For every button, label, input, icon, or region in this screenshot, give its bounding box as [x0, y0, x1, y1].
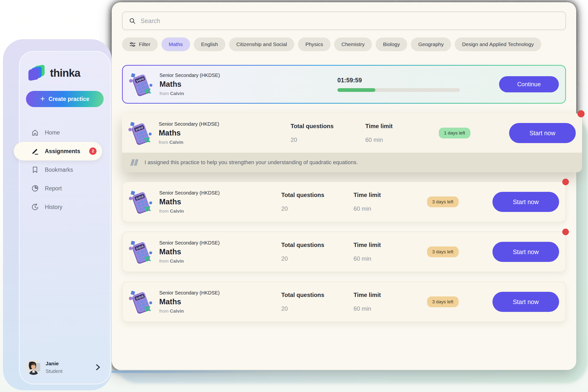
assignment-card-highlighted: Senior Secondary (HKDSE) Maths from Calv… [122, 114, 582, 172]
search-icon [129, 18, 136, 24]
sidebar-item-home[interactable]: Home [26, 123, 104, 142]
assignment-info: Senior Secondary (HKDSE) Maths from Calv… [159, 190, 281, 214]
chip-physics[interactable]: Physics [298, 38, 330, 51]
start-now-button[interactable]: Start now [492, 242, 559, 262]
progress-bar [337, 88, 460, 92]
teacher-note-text: I assigned this practice to help you str… [144, 159, 358, 166]
progress-block: 01:59:59 [337, 77, 499, 92]
chip-english[interactable]: English [194, 38, 226, 51]
calculator-icon [122, 240, 159, 264]
assignment-card: Senior Secondary (HKDSE) Maths from Calv… [122, 282, 566, 322]
assignment-subject: Maths [160, 80, 337, 89]
days-left-badge: 3 days left [427, 296, 459, 307]
sidebar-item-assignments[interactable]: Assignments 2 [14, 142, 102, 160]
brand-logo: thinka [26, 65, 104, 81]
start-now-button[interactable]: Start now [492, 292, 559, 312]
chip-maths[interactable]: Maths [162, 38, 190, 51]
pencil-icon [31, 148, 39, 155]
teacher-note: I assigned this practice to help you str… [122, 153, 582, 172]
assignment-subject: Maths [159, 248, 281, 256]
sidebar-item-bookmarks[interactable]: Bookmarks [26, 160, 104, 179]
chip-geography[interactable]: Geography [411, 38, 451, 51]
assignment-info: Senior Secondary (HKDSE) Maths from Calv… [160, 72, 337, 96]
assignment-info: Senior Secondary (HKDSE) Maths from Calv… [159, 240, 281, 264]
sidebar-item-history[interactable]: History [26, 198, 104, 216]
app-screenshot: 1+2=3 π [0, 0, 588, 392]
filter-button[interactable]: Filter [122, 38, 158, 51]
assignment-subject: Maths [159, 128, 290, 138]
profile-name: Janie [46, 361, 62, 366]
home-icon [31, 129, 39, 136]
main-panel: Filter Maths English Citizenship and Soc… [112, 2, 576, 370]
start-now-button[interactable]: Start now [509, 123, 576, 143]
time-limit-stat: Time limit 60 min [354, 242, 427, 262]
time-remaining: 01:59:59 [337, 77, 499, 84]
start-now-button[interactable]: Start now [492, 192, 559, 212]
sidebar-item-report[interactable]: Report [26, 179, 104, 198]
assignment-card: Senior Secondary (HKDSE) Maths from Calv… [122, 182, 566, 222]
create-practice-button[interactable]: + Create practice [26, 91, 104, 107]
time-limit-stat: Time limit 60 min [354, 292, 427, 312]
chip-chemistry[interactable]: Chemistry [334, 38, 372, 51]
total-questions-stat: Total questions 20 [290, 123, 365, 143]
calculator-icon [122, 190, 159, 214]
thinka-logo-icon [28, 65, 45, 81]
background-accent-line [100, 371, 262, 373]
calculator-icon [122, 290, 159, 314]
calculator-icon [123, 72, 160, 96]
notification-dot [562, 228, 569, 235]
assignment-from: from Calvin [159, 208, 281, 214]
filter-label: Filter [139, 42, 150, 47]
assignment-level: Senior Secondary (HKDSE) [160, 72, 337, 78]
history-clock-icon [31, 203, 39, 211]
profile-role: Student [46, 368, 62, 374]
assignment-level: Senior Secondary (HKDSE) [159, 290, 281, 296]
time-limit-stat: Time limit 60 min [354, 192, 427, 212]
sidebar-nav: Home Assignments 2 Bookmarks [26, 123, 104, 216]
teacher-name: Calvin [170, 258, 184, 264]
notification-dot [562, 178, 569, 185]
chip-design-tech[interactable]: Design and Applied Technology [455, 38, 541, 51]
continue-button[interactable]: Continue [499, 76, 559, 92]
teacher-name: Calvin [169, 140, 183, 145]
assignment-from: from Calvin [159, 258, 281, 264]
plus-icon: + [40, 95, 45, 103]
assignment-subject: Maths [159, 298, 281, 306]
time-limit-stat: Time limit 60 min [365, 123, 439, 143]
sidebar: thinka + Create practice Home Assignment… [19, 51, 111, 384]
assignments-count-badge: 2 [89, 148, 96, 155]
quote-icon [130, 159, 139, 166]
chip-citizenship[interactable]: Citizenship and Social [229, 38, 294, 51]
pie-chart-icon [31, 185, 39, 192]
search-input[interactable] [140, 17, 559, 25]
teacher-name: Calvin [170, 308, 184, 314]
teacher-name: Calvin [170, 91, 184, 96]
days-left-badge: 3 days left [427, 196, 459, 207]
assignment-info: Senior Secondary (HKDSE) Maths from Calv… [159, 290, 281, 314]
assignment-info: Senior Secondary (HKDSE) Maths from Calv… [159, 121, 290, 145]
assignment-from: from Calvin [159, 308, 281, 314]
total-questions-stat: Total questions 20 [281, 292, 354, 312]
assignment-from: from Calvin [160, 91, 337, 96]
chip-biology[interactable]: Biology [376, 38, 407, 51]
chevron-right-icon[interactable] [95, 364, 101, 370]
assignment-from: from Calvin [159, 140, 290, 145]
bookmark-icon [31, 166, 39, 174]
assignment-subject: Maths [159, 198, 281, 206]
sliders-icon [129, 41, 136, 48]
assignment-level: Senior Secondary (HKDSE) [159, 240, 281, 246]
teacher-name: Calvin [170, 208, 184, 214]
total-questions-stat: Total questions 20 [281, 242, 354, 262]
total-questions-stat: Total questions 20 [281, 192, 354, 212]
progress-bar-fill [337, 88, 375, 92]
assignment-level: Senior Secondary (HKDSE) [159, 121, 290, 127]
days-left-badge: 1 days left [439, 128, 470, 138]
brand-name: thinka [50, 67, 80, 79]
assignment-card: Senior Secondary (HKDSE) Maths from Calv… [122, 232, 566, 272]
search-bar [122, 12, 566, 30]
filter-chip-row: Filter Maths English Citizenship and Soc… [122, 38, 566, 51]
notification-dot [578, 110, 584, 117]
profile-row[interactable]: Janie Student [26, 360, 104, 375]
avatar [26, 360, 41, 375]
assignment-card-in-progress: Senior Secondary (HKDSE) Maths from Calv… [122, 65, 566, 104]
